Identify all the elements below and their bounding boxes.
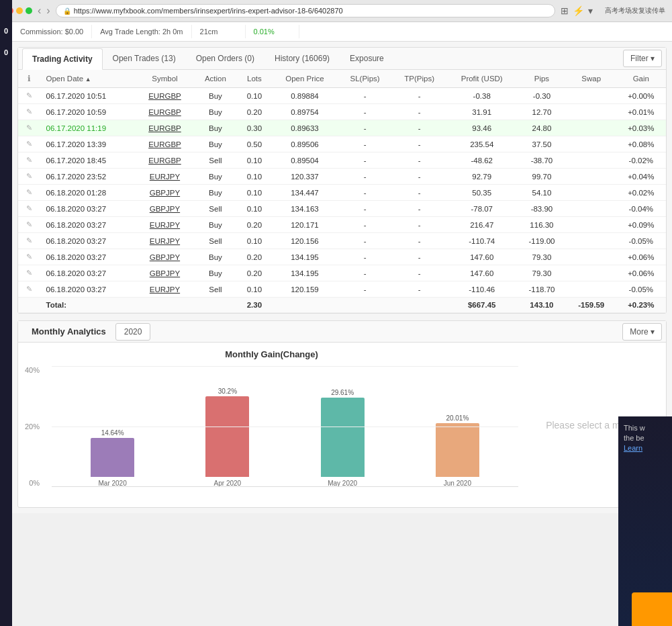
edit-icon[interactable]: ✎ [26,140,32,148]
lots-cell: 0.30 [237,120,272,136]
action-cell: Buy [194,217,237,233]
date-cell: 06.18.2020 03:27 [41,281,136,298]
maximize-button[interactable] [26,7,32,14]
avg-trade-label: Avg Trade Length: [100,28,160,36]
tab-open-trades[interactable]: Open Trades (13) [103,48,186,69]
col-open-price: Open Price [272,70,338,88]
gain-cell: +0.09% [616,217,666,233]
action-cell: Buy [194,120,237,136]
edit-cell[interactable]: ✎ [18,104,41,120]
pips-cell: -118.70 [517,281,567,298]
edit-cell[interactable]: ✎ [18,120,41,136]
edit-icon[interactable]: ✎ [26,204,32,212]
edit-icon[interactable]: ✎ [26,220,32,228]
profit-cell: 216.47 [446,217,517,233]
edit-icon[interactable]: ✎ [26,172,32,180]
swap-cell [567,217,616,233]
symbol-cell[interactable]: GBPJPY [136,249,194,265]
col-open-date[interactable]: Open Date [41,70,136,88]
edit-cell[interactable]: ✎ [18,169,41,185]
edit-icon[interactable]: ✎ [26,188,32,196]
edit-cell[interactable]: ✎ [18,136,41,152]
edit-icon[interactable]: ✎ [26,285,32,293]
bar-label-top: 29.61% [331,389,354,396]
browser-actions: ⊞ ⚡ ▾ [561,5,593,16]
date-cell: 06.17.2020 10:59 [41,104,136,120]
symbol-cell[interactable]: EURGBP [136,136,194,152]
pips-cell: 116.30 [517,217,567,233]
analytics-header: Monthly Analytics 2020 More ▾ [18,321,666,343]
open-price-cell: 120.171 [272,217,338,233]
lots-cell: 0.10 [237,185,272,201]
edit-cell[interactable]: ✎ [18,201,41,217]
swap-cell [567,249,616,265]
open-price-cell: 0.89633 [272,120,338,136]
total-gain: +0.23% [616,298,666,313]
open-price-cell: 134.447 [272,185,338,201]
sl-cell: - [338,233,392,249]
edit-cell[interactable]: ✎ [18,217,41,233]
gain-cell: +0.03% [616,120,666,136]
symbol-cell[interactable]: EURJPY [136,169,194,185]
open-price-cell: 120.159 [272,281,338,298]
swap-cell [567,265,616,281]
tab-history[interactable]: History (16069) [265,48,340,69]
gain-cell: +0.06% [616,265,666,281]
action-cell: Sell [194,281,237,298]
edit-icon[interactable]: ✎ [26,269,32,277]
symbol-cell[interactable]: GBPJPY [136,265,194,281]
edit-cell[interactable]: ✎ [18,185,41,201]
year-tab-2020[interactable]: 2020 [115,323,151,341]
filter-button[interactable]: Filter ▾ [623,50,662,67]
symbol-cell[interactable]: EURGBP [136,152,194,169]
edit-cell[interactable]: ✎ [18,152,41,169]
minimize-button[interactable] [16,7,23,14]
edit-icon[interactable]: ✎ [26,107,32,116]
grid-icon[interactable]: ⊞ [561,5,569,16]
edit-icon[interactable]: ✎ [26,236,32,244]
more-button[interactable]: More ▾ [622,323,662,341]
chart-container: 40% 20% 0% 14.64% Mar 2020 30.2% A [25,366,518,500]
tab-exposure[interactable]: Exposure [340,48,394,69]
y-label-20: 20% [25,422,40,431]
learn-more-link[interactable]: Learn [624,444,642,452]
edit-cell[interactable]: ✎ [18,233,41,249]
edit-cell[interactable]: ✎ [18,249,41,265]
symbol-cell[interactable]: EURJPY [136,217,194,233]
symbol-cell[interactable]: EURJPY [136,233,194,249]
url-bar[interactable]: 🔒 https://www.myfxbook.com/members/irins… [56,4,555,17]
swap-cell [567,152,616,169]
pips-cell: 37.50 [517,136,567,152]
edit-cell[interactable]: ✎ [18,88,41,104]
info-icon[interactable]: ℹ [28,74,31,83]
tab-trading-activity[interactable]: Trading Activity [22,48,103,70]
menu-icon[interactable]: ▾ [588,5,593,16]
commission-value: $0.00 [65,28,84,36]
edit-icon[interactable]: ✎ [26,253,32,261]
sidebar-number-2: 0 [4,48,8,56]
edit-icon[interactable]: ✎ [26,156,32,164]
sl-cell: - [338,152,392,169]
symbol-cell[interactable]: EURJPY [136,281,194,298]
pips-cell: 99.70 [517,169,567,185]
tab-open-orders[interactable]: Open Orders (0) [186,48,265,69]
edit-cell[interactable]: ✎ [18,281,41,298]
edit-icon[interactable]: ✎ [26,91,32,99]
forward-button[interactable]: › [46,5,50,17]
lots-cell: 0.10 [237,88,272,104]
date-cell: 06.18.2020 03:27 [41,201,136,217]
lightning-icon[interactable]: ⚡ [573,5,584,16]
action-cell: Buy [194,185,237,201]
symbol-cell[interactable]: GBPJPY [136,185,194,201]
edit-icon[interactable]: ✎ [26,124,32,132]
profit-cell: -110.46 [446,281,517,298]
back-button[interactable]: ‹ [38,5,41,17]
symbol-cell[interactable]: EURGBP [136,104,194,120]
edit-cell[interactable]: ✎ [18,265,41,281]
chart-title: Monthly Gain(Change) [25,349,518,359]
avg-trade-value: 2h 0m [162,28,183,36]
sl-cell: - [338,249,392,265]
symbol-cell[interactable]: EURGBP [136,120,194,136]
symbol-cell[interactable]: EURGBP [136,88,194,104]
symbol-cell[interactable]: GBPJPY [136,201,194,217]
